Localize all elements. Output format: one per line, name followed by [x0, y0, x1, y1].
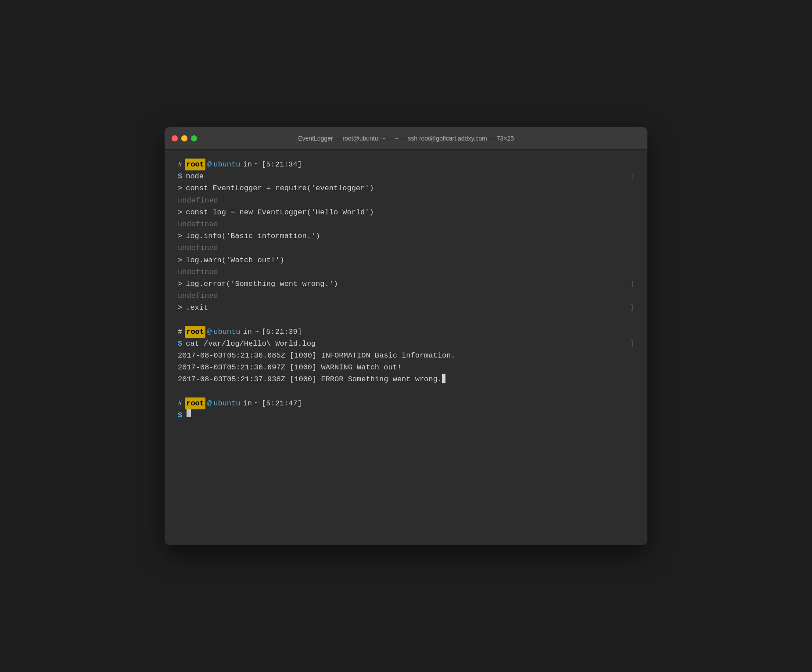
prompt-at-1: @	[207, 159, 212, 170]
cmd-log-warn: > log.warn('Watch out!')	[178, 254, 634, 266]
prompt-tilde-1: ~	[255, 159, 259, 170]
undefined-3: undefined	[178, 242, 218, 254]
prompt-root-2: root	[185, 326, 205, 338]
terminal-window: EventLogger — root@ubuntu: ~ — ~ — ssh r…	[165, 127, 647, 545]
minimize-button[interactable]	[181, 135, 187, 141]
undefined-1: undefined	[178, 195, 218, 206]
undefined-line-3: undefined	[178, 242, 634, 254]
undefined-line-4: undefined	[178, 266, 634, 278]
undefined-2: undefined	[178, 218, 218, 230]
undefined-line-2: undefined	[178, 218, 634, 230]
dollar-3: $	[178, 409, 182, 421]
cmd-exit: > .exit ]	[178, 302, 634, 314]
window-title: EventLogger — root@ubuntu: ~ — ~ — ssh r…	[298, 135, 514, 142]
prompt-tilde-2: ~	[255, 326, 259, 338]
prompt-root-3: root	[185, 397, 205, 409]
prompt-in-1: in	[243, 159, 252, 170]
undefined-5: undefined	[178, 290, 218, 302]
exit-cmd-text: .exit	[186, 302, 208, 314]
terminal-cursor	[187, 409, 191, 417]
gt-1: >	[178, 182, 182, 194]
prompt-host-2: ubuntu	[213, 326, 240, 338]
prompt-hash-3: #	[178, 397, 182, 409]
prompt-line-1: # root @ ubuntu in ~ [5:21:34]	[178, 159, 634, 170]
const-event-text: const EventLogger = require('eventlogger…	[186, 182, 374, 194]
prompt-host-3: ubuntu	[213, 397, 240, 409]
terminal-body[interactable]: # root @ ubuntu in ~ [5:21:34] $ node ] …	[165, 150, 647, 545]
undefined-line-5: undefined	[178, 290, 634, 302]
dollar-1: $	[178, 170, 182, 182]
log-warn-text: log.warn('Watch out!')	[186, 254, 284, 266]
log-text-1: 2017-08-03T05:21:36.685Z [1000] INFORMAT…	[178, 350, 456, 361]
log-text-3: 2017-08-03T05:21:37.938Z [1000] ERROR So…	[178, 373, 442, 385]
cat-cmd-text: cat /var/log/Hello\ World.log	[186, 338, 316, 350]
gt-4: >	[178, 254, 182, 266]
prompt-hash-2: #	[178, 326, 182, 338]
prompt-line-2: # root @ ubuntu in ~ [5:21:39]	[178, 326, 634, 338]
cursor-block: ▊	[442, 373, 446, 385]
node-cmd-text: node	[186, 170, 204, 182]
gt-6: >	[178, 302, 182, 314]
titlebar: EventLogger — root@ubuntu: ~ — ~ — ssh r…	[165, 127, 647, 150]
cmd-const-log: > const log = new EventLogger('Hello Wor…	[178, 206, 634, 218]
prompt-line-3: # root @ ubuntu in ~ [5:21:47]	[178, 397, 634, 409]
cmd-const-event: > const EventLogger = require('eventlogg…	[178, 182, 634, 194]
close-button[interactable]	[172, 135, 178, 141]
blank-1	[178, 314, 634, 325]
traffic-lights	[172, 135, 197, 141]
gt-5: >	[178, 278, 182, 290]
prompt-time-1: [5:21:34]	[262, 159, 302, 170]
gt-3: >	[178, 230, 182, 242]
log-output-2: 2017-08-03T05:21:36.697Z [1000] WARNING …	[178, 361, 634, 373]
prompt-root-1: root	[185, 159, 205, 170]
scroll-2: ]	[630, 278, 634, 290]
log-text-2: 2017-08-03T05:21:36.697Z [1000] WARNING …	[178, 361, 402, 373]
prompt-tilde-3: ~	[255, 397, 259, 409]
cmd-cat: $ cat /var/log/Hello\ World.log ]	[178, 338, 634, 350]
prompt-in-2: in	[243, 326, 252, 338]
cmd-log-error: > log.error('Something went wrong.') ]	[178, 278, 634, 290]
log-output-3: 2017-08-03T05:21:37.938Z [1000] ERROR So…	[178, 373, 634, 385]
prompt-hash: #	[178, 159, 182, 170]
scroll-1: ]	[631, 173, 634, 181]
const-log-text: const log = new EventLogger('Hello World…	[186, 206, 374, 218]
prompt-at-2: @	[207, 326, 212, 338]
scroll-3: ]	[630, 302, 634, 314]
prompt-host-1: ubuntu	[213, 159, 240, 170]
cmd-node: $ node ]	[178, 170, 634, 182]
maximize-button[interactable]	[191, 135, 197, 141]
undefined-line-1: undefined	[178, 195, 634, 206]
prompt-time-3: [5:21:47]	[262, 397, 302, 409]
dollar-2: $	[178, 338, 182, 350]
undefined-4: undefined	[178, 266, 218, 278]
prompt-time-2: [5:21:39]	[262, 326, 302, 338]
gt-2: >	[178, 206, 182, 218]
log-error-text: log.error('Something went wrong.')	[186, 278, 338, 290]
cmd-log-info: > log.info('Basic information.')	[178, 230, 634, 242]
blank-2	[178, 386, 634, 397]
log-output-1: 2017-08-03T05:21:36.685Z [1000] INFORMAT…	[178, 350, 634, 361]
scroll-4: ]	[630, 338, 634, 350]
prompt-at-3: @	[207, 397, 212, 409]
cmd-final: $	[178, 409, 634, 421]
log-info-text: log.info('Basic information.')	[186, 230, 320, 242]
prompt-in-3: in	[243, 397, 252, 409]
